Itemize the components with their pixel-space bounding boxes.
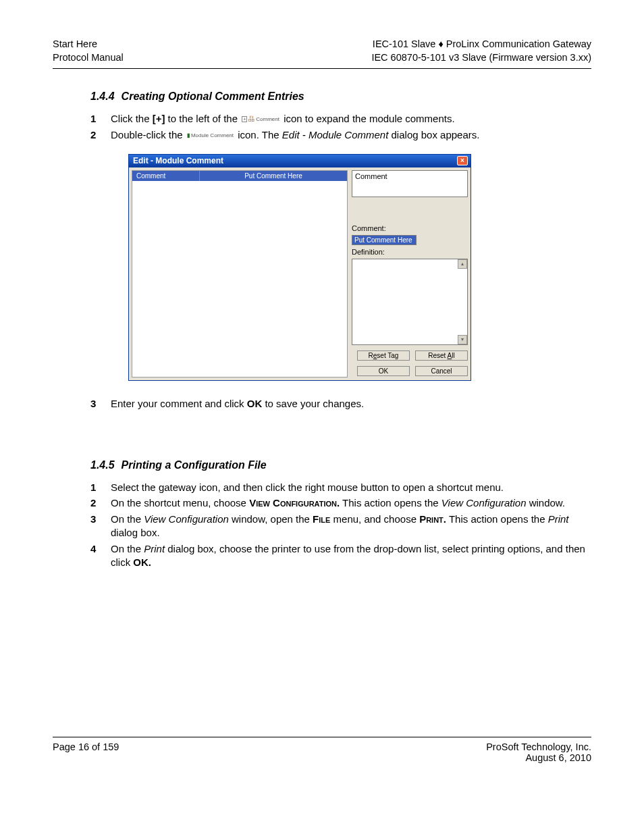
window-name: View Configuration — [441, 497, 527, 509]
step-number: 2 — [90, 128, 111, 142]
step-number: 3 — [90, 397, 111, 411]
section-1-4-4-heading: 1.4.4Creating Optional Comment Entries — [90, 90, 591, 103]
heading-number: 1.4.4 — [90, 90, 115, 102]
heading-number: 1.4.5 — [90, 459, 115, 471]
cancel-button[interactable]: Cancel — [415, 366, 468, 376]
reset-all-button[interactable]: Reset All — [415, 350, 468, 361]
text: icon. The — [235, 129, 282, 140]
ok-literal: OK. — [133, 556, 151, 568]
header-left-2: Protocol Manual — [53, 51, 124, 65]
dialog-name: Print — [548, 513, 569, 525]
text: dialog box, choose the printer to use fr… — [111, 543, 585, 568]
page-footer: Page 16 of 159 ProSoft Technology, Inc. … — [53, 737, 591, 763]
dialog-name: Edit - Module Comment — [282, 129, 389, 140]
text: window. — [527, 497, 566, 509]
grid-col-comment: Comment — [132, 171, 200, 181]
heading-title: Printing a Configuration File — [122, 459, 267, 471]
dialog-name: Print — [144, 543, 165, 554]
text: dialog box. — [111, 527, 160, 538]
step-text: Select the gateway icon, and then click … — [111, 481, 591, 494]
heading-title: Creating Optional Comment Entries — [122, 90, 304, 102]
icon-label: Comment — [256, 116, 279, 122]
step-text: On the View Configuration window, open t… — [111, 513, 591, 540]
comment-input[interactable]: Put Comment Here — [352, 235, 417, 245]
ok-literal: OK — [247, 398, 263, 409]
text: Double-click the — [111, 129, 186, 140]
text: On the shortcut menu, choose — [111, 497, 249, 509]
text: This action opens the — [446, 513, 548, 525]
menu-name: File — [313, 513, 330, 525]
close-icon[interactable]: × — [457, 156, 468, 165]
plus-literal: [+] — [153, 113, 165, 124]
text: dialog box appears. — [388, 129, 479, 140]
text: This action opens the — [340, 497, 441, 509]
footer-left: Page 16 of 159 — [53, 741, 119, 763]
step-2-text: Double-click the ▮Module Comment icon. T… — [111, 128, 591, 142]
dialog-titlebar: Edit - Module Comment × — [129, 155, 471, 167]
header-right-2: IEC 60870-5-101 v3 Slave (Firmware versi… — [371, 51, 591, 65]
reset-tag-button[interactable]: Reset Tag — [357, 350, 410, 361]
step-3-text: Enter your comment and click OK to save … — [111, 397, 591, 411]
header-left-1: Start Here — [53, 38, 124, 51]
comment-grid[interactable]: Comment Put Comment Here — [132, 170, 348, 377]
footer-right-2: August 6, 2010 — [486, 752, 591, 763]
edit-module-comment-dialog: Edit - Module Comment × Comment Put Comm… — [128, 154, 471, 381]
chip-icon: ▮ — [187, 132, 190, 138]
text: to the left of the — [165, 113, 240, 124]
window-name: View Configuration — [144, 513, 229, 525]
step-number: 2 — [90, 496, 111, 510]
text: Click the — [111, 113, 153, 124]
tree-node-icon: 品 — [248, 115, 254, 122]
top-text-field[interactable]: Comment — [352, 170, 468, 197]
text: window, open the — [229, 513, 313, 525]
step-text: On the shortcut menu, choose View Config… — [111, 496, 591, 510]
module-comment-icon: ▮Module Comment — [186, 132, 235, 140]
step-number: 4 — [90, 542, 111, 569]
comment-tree-icon: +品Comment — [240, 115, 281, 124]
section-1-4-5-heading: 1.4.5Printing a Configuration File — [90, 459, 591, 471]
text: On the — [111, 543, 144, 554]
plus-icon: + — [242, 116, 247, 122]
comment-label: Comment: — [352, 224, 468, 232]
footer-right-1: ProSoft Technology, Inc. — [486, 741, 591, 752]
step-number: 1 — [90, 112, 111, 126]
step-number: 1 — [90, 481, 111, 494]
grid-col-value: Put Comment Here — [200, 171, 347, 181]
dialog-title: Edit - Module Comment — [133, 156, 223, 165]
page-header: Start Here Protocol Manual IEC-101 Slave… — [53, 38, 591, 69]
scroll-down-icon[interactable]: ▾ — [458, 335, 467, 344]
text: to save your changes. — [262, 398, 364, 409]
text: On the — [111, 513, 144, 525]
ok-button[interactable]: OK — [357, 366, 410, 376]
scroll-up-icon[interactable]: ▴ — [458, 259, 467, 269]
menu-name: View Configuration. — [249, 497, 340, 509]
definition-label: Definition: — [352, 248, 468, 256]
step-1-text: Click the [+] to the left of the +品Comme… — [111, 112, 591, 126]
header-right-1: IEC-101 Slave ♦ ProLinx Communication Ga… — [371, 38, 591, 51]
text: icon to expand the module comments. — [281, 113, 455, 124]
text: menu, and choose — [330, 513, 419, 525]
step-text: On the Print dialog box, choose the prin… — [111, 542, 591, 569]
grid-header-row: Comment Put Comment Here — [132, 171, 347, 181]
menu-name: Print. — [419, 513, 446, 525]
definition-textarea[interactable] — [352, 259, 468, 345]
step-number: 3 — [90, 513, 111, 540]
text: Enter your comment and click — [111, 398, 247, 409]
icon-label: Module Comment — [191, 132, 234, 138]
